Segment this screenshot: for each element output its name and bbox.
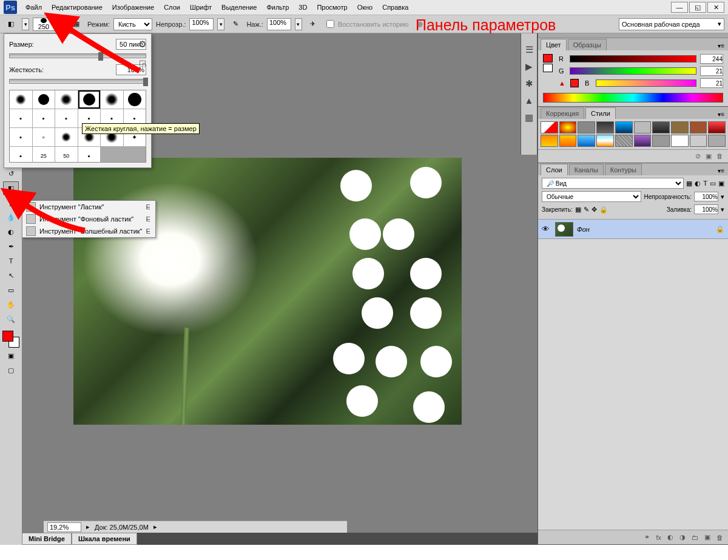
style-swatch[interactable] xyxy=(690,135,707,147)
close-button[interactable]: ✕ xyxy=(707,2,724,13)
mask-icon[interactable]: ◐ xyxy=(667,533,673,541)
visibility-icon[interactable]: 👁 xyxy=(542,224,551,234)
layer-opacity-input[interactable] xyxy=(694,192,718,201)
pressure-opacity-icon[interactable]: ✎ xyxy=(228,17,243,32)
new-style-icon[interactable]: ▣ xyxy=(706,152,712,160)
brush-preview[interactable]: 250 xyxy=(33,18,55,31)
menu-window[interactable]: Окно xyxy=(352,1,378,13)
style-swatch[interactable] xyxy=(652,135,670,147)
zoom-tool[interactable]: 🔍 xyxy=(3,312,19,326)
g-slider[interactable] xyxy=(570,67,696,75)
hardness-slider[interactable] xyxy=(9,79,146,84)
trash-icon[interactable]: 🗑 xyxy=(716,534,723,541)
maximize-button[interactable]: ◱ xyxy=(689,2,706,13)
style-swatch[interactable] xyxy=(615,121,633,133)
dodge-tool[interactable]: ◐ xyxy=(3,225,19,238)
lock-pos-icon[interactable]: ✥ xyxy=(592,206,597,214)
minimize-button[interactable]: — xyxy=(671,2,688,13)
lock-icon[interactable]: 🔒 xyxy=(716,225,724,233)
style-swatch[interactable] xyxy=(708,135,726,147)
style-swatch[interactable] xyxy=(559,135,577,147)
spectrum-bar[interactable] xyxy=(543,93,723,103)
document-canvas[interactable] xyxy=(73,158,462,425)
new-preset-icon[interactable]: ◲ xyxy=(139,58,146,67)
lock-trans-icon[interactable]: ▦ xyxy=(575,206,581,214)
type-tool[interactable]: T xyxy=(3,254,19,268)
tab-layers[interactable]: Слои xyxy=(541,164,568,175)
doc-size-icon[interactable]: ▸ xyxy=(86,523,90,531)
clear-style-icon[interactable]: ⊘ xyxy=(695,152,701,160)
menu-filter[interactable]: Фильтр xyxy=(261,1,294,13)
filter-smart-icon[interactable]: ▣ xyxy=(718,180,724,187)
panel-menu-icon[interactable]: ▾≡ xyxy=(714,110,728,119)
eraser-tool-icon[interactable]: ◧ xyxy=(4,17,18,32)
blend-mode-select[interactable]: Обычные xyxy=(542,191,641,202)
style-swatch[interactable] xyxy=(671,135,689,147)
tab-color[interactable]: Цвет xyxy=(541,39,567,50)
menu-view[interactable]: Просмотр xyxy=(312,1,352,13)
brush-preset[interactable]: ▪ xyxy=(10,109,32,127)
tab-minibridge[interactable]: Mini Bridge xyxy=(22,533,72,545)
gradient-tool[interactable]: ▮ xyxy=(3,196,19,209)
flyout-eraser[interactable]: Инструмент "Ластик"E xyxy=(22,201,155,213)
style-swatch[interactable] xyxy=(596,121,614,133)
panel-collapse-toggle[interactable] xyxy=(538,33,728,38)
panel-menu-icon[interactable]: ▾≡ xyxy=(714,166,728,175)
tab-channels[interactable]: Каналы xyxy=(569,164,604,175)
airbrush-icon[interactable]: ✈ xyxy=(306,17,320,32)
layer-filter-select[interactable]: 🔎 Вид xyxy=(542,178,684,189)
style-none[interactable] xyxy=(541,121,558,133)
size-slider[interactable] xyxy=(9,53,146,58)
gear-icon[interactable]: ⚙ xyxy=(138,39,146,50)
menu-type[interactable]: Шрифт xyxy=(185,1,217,13)
style-swatch[interactable] xyxy=(596,135,614,147)
warn-swatch[interactable] xyxy=(570,79,579,87)
b-slider[interactable] xyxy=(596,79,696,87)
workspace-select[interactable]: Основная рабочая среда▾ xyxy=(619,18,724,30)
brush-picker-dropdown[interactable]: ▾ xyxy=(58,18,66,30)
quickmask-toggle[interactable]: ▣ xyxy=(3,349,19,362)
layer-thumbnail[interactable] xyxy=(555,222,573,237)
erase-history-checkbox[interactable] xyxy=(326,20,334,28)
filter-type-icon[interactable]: T xyxy=(703,180,707,187)
style-swatch[interactable] xyxy=(690,121,707,133)
shape-tool[interactable]: ▭ xyxy=(3,283,19,297)
opacity-dropdown[interactable]: ▾ xyxy=(217,18,224,30)
trash-icon[interactable]: 🗑 xyxy=(716,152,723,160)
brush-preset[interactable]: ▪ xyxy=(10,147,32,163)
lock-paint-icon[interactable]: ✎ xyxy=(584,206,589,214)
flyout-bg-eraser[interactable]: Инструмент "Фоновый ластик"E xyxy=(22,213,155,225)
tab-swatches[interactable]: Образцы xyxy=(568,39,607,50)
brush-preset[interactable]: ▪ xyxy=(78,147,101,163)
opacity-input[interactable]: 100% xyxy=(189,18,214,30)
info-icon[interactable]: ▦ xyxy=(523,112,535,123)
pen-tool[interactable]: ✒ xyxy=(3,240,19,253)
brush-panel-toggle-icon[interactable]: ▦ xyxy=(69,17,84,32)
flyout-magic-eraser[interactable]: Инструмент "Волшебный ластик"E xyxy=(22,225,155,237)
brush-preset[interactable] xyxy=(10,90,32,109)
style-swatch[interactable] xyxy=(615,135,633,147)
layer-row[interactable]: 👁 Фон 🔒 xyxy=(538,220,728,239)
style-swatch[interactable] xyxy=(578,121,595,133)
brush-preset[interactable]: ▫ xyxy=(33,128,55,146)
bg-swatch[interactable] xyxy=(543,64,553,72)
doc-info-dropdown[interactable]: ▸ xyxy=(153,523,157,531)
brush-preset[interactable] xyxy=(101,90,123,109)
fill-input[interactable] xyxy=(694,204,718,214)
history-brush-tool[interactable]: ↺ xyxy=(3,167,19,180)
histogram-icon[interactable]: ▲ xyxy=(523,95,535,106)
tab-paths[interactable]: Контуры xyxy=(605,164,642,175)
brush-preset[interactable]: ▪ xyxy=(10,128,32,146)
fx-icon[interactable]: fx xyxy=(656,534,661,541)
link-icon[interactable]: ⚭ xyxy=(644,533,650,541)
eraser-tool[interactable]: ◧ xyxy=(3,181,19,195)
brush-preset[interactable] xyxy=(33,90,55,109)
menu-select[interactable]: Выделение xyxy=(217,1,261,13)
style-swatch[interactable] xyxy=(634,135,652,147)
blur-tool[interactable]: 💧 xyxy=(3,211,19,224)
menu-file[interactable]: Файл xyxy=(21,1,47,13)
style-swatch[interactable] xyxy=(671,121,689,133)
g-input[interactable] xyxy=(700,66,723,76)
color-swatch[interactable] xyxy=(2,331,19,348)
menu-edit[interactable]: Редактирование xyxy=(47,1,107,13)
